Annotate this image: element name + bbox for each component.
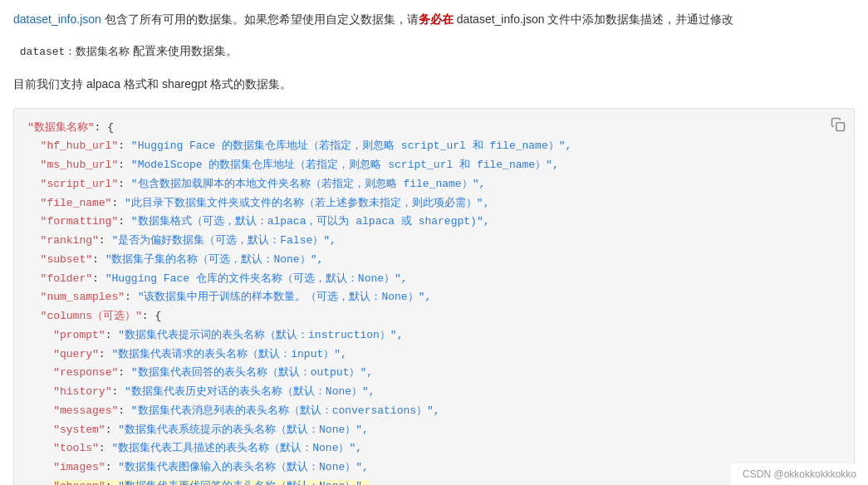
code-line: "file_name": "此目录下数据集文件夹或文件的名称（若上述参数未指定，… [27, 194, 841, 213]
intro-text1: 包含了所有可用的数据集。如果您希望使用自定义数据集，请 [105, 12, 419, 26]
must-bold: 务必在 [419, 12, 454, 26]
code-line: "messages": "数据集代表消息列表的表头名称（默认：conversat… [27, 402, 841, 421]
code-line: "num_samples": "该数据集中用于训练的样本数量。（可选，默认：No… [27, 288, 841, 307]
code-line: "script_url": "包含数据加载脚本的本地文件夹名称（若指定，则忽略 … [27, 175, 841, 194]
code-line: "images": "数据集代表图像输入的表头名称（默认：None）", [27, 458, 841, 478]
intro-paragraph: dataset_info.json 包含了所有可用的数据集。如果您希望使用自定义… [13, 10, 855, 61]
code-line: "数据集名称": { [27, 119, 841, 138]
intro-line2: dataset：数据集名称 配置来使用数据集。 [13, 42, 855, 61]
code-line: "chosen": "数据集代表更优回答的表头名称（默认：None）", [27, 478, 841, 485]
indent-space [13, 44, 20, 57]
code-line: "folder": "Hugging Face 仓库的文件夹名称（可选，默认：N… [27, 270, 841, 289]
dataset-info-link[interactable]: dataset_info.json [13, 12, 101, 26]
code-line: "hf_hub_url": "Hugging Face 的数据集仓库地址（若指定… [27, 137, 841, 156]
footer: CSDN @okkokkokkkokko [731, 463, 868, 485]
code-line: "tools": "数据集代表工具描述的表头名称（默认：None）", [27, 439, 841, 458]
code-line: "query": "数据集代表请求的表头名称（默认：input）", [27, 345, 841, 365]
code-line: "prompt": "数据集代表提示词的表头名称（默认：instruction）… [27, 326, 841, 345]
svg-rect-0 [836, 122, 845, 130]
code-line: "columns（可选）": { [27, 307, 841, 326]
intro-line1: dataset_info.json 包含了所有可用的数据集。如果您希望使用自定义… [13, 10, 855, 30]
support-formats-text: 目前我们支持 alpaca 格式和 sharegpt 格式的数据集。 [13, 75, 855, 95]
code-line: "subset": "数据集子集的名称（可选，默认：None）", [27, 251, 841, 270]
config-text: 配置来使用数据集。 [130, 44, 238, 57]
dataset-code: dataset：数据集名称 [20, 46, 130, 58]
code-block: "数据集名称": { "hf_hub_url": "Hugging Face 的… [13, 108, 855, 485]
code-content: "数据集名称": { "hf_hub_url": "Hugging Face 的… [27, 119, 841, 485]
intro-text2: dataset_info.json 文件中添加数据集描述，并通过修改 [454, 12, 734, 26]
code-line: "ms_hub_url": "ModelScope 的数据集仓库地址（若指定，则… [27, 156, 841, 175]
code-line: "response": "数据集代表回答的表头名称（默认：output）", [27, 364, 841, 383]
footer-text: CSDN @okkokkokkkokko [743, 468, 856, 480]
code-line: "history": "数据集代表历史对话的表头名称（默认：None）", [27, 383, 841, 402]
code-line: "ranking": "是否为偏好数据集（可选，默认：False）", [27, 232, 841, 251]
copy-icon[interactable] [831, 117, 846, 132]
code-line: "formatting": "数据集格式（可选，默认：alpaca，可以为 al… [27, 213, 841, 232]
code-line: "system": "数据集代表系统提示的表头名称（默认：None）", [27, 421, 841, 440]
